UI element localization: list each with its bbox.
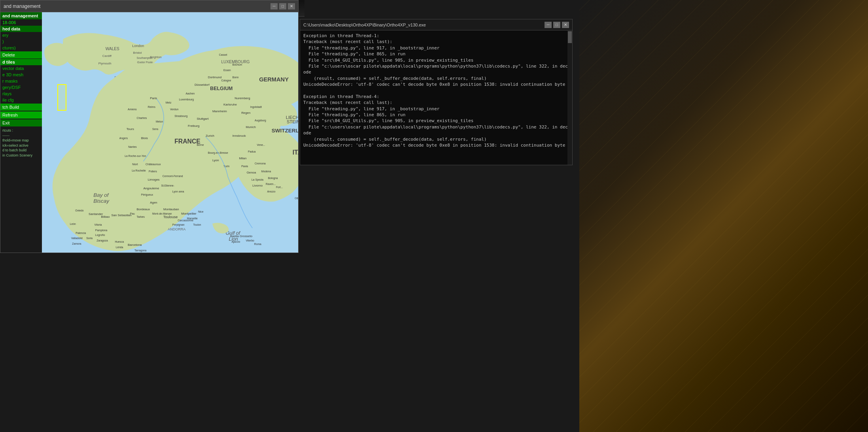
terminal-scrollbar-thumb[interactable] [568,31,572,43]
svg-text:SWITZERLAND: SWITZERLAND [272,128,298,134]
refresh-button[interactable]: Refresh [0,111,42,119]
app-titlebar: and management ─ □ ✕ [0,0,298,12]
svg-text:Bilbao: Bilbao [101,215,110,219]
svg-text:Carcassonne: Carcassonne [178,219,193,222]
svg-text:Verdun: Verdun [170,108,179,111]
svg-text:Karlsruhe: Karlsruhe [223,103,237,106]
svg-text:Zamora: Zamora [72,242,81,245]
svg-text:Huesca: Huesca [115,240,124,243]
svg-text:Roma: Roma [254,243,261,245]
svg-text:Zaragoza: Zaragoza [96,239,108,242]
shortcut-separator: ------ [2,133,40,138]
svg-text:Vene...: Vene... [257,143,265,146]
svg-text:Potiers: Potiers [149,170,157,173]
svg-text:Bochum: Bochum [233,63,242,66]
svg-text:Plymouth: Plymouth [98,62,112,65]
terminal-maximize-button[interactable]: □ [553,22,560,28]
cached-data-label: hed data [0,26,42,32]
sidebar-header: and management [0,12,42,19]
svg-text:Nice: Nice [198,210,204,213]
svg-text:Agen: Agen [150,201,157,204]
svg-text:Angers: Angers [119,137,128,140]
svg-text:ANDORRA: ANDORRA [168,227,185,231]
svg-text:GERMANY: GERMANY [259,76,289,83]
sidebar-item-tilecfg[interactable]: ile cfg [0,97,42,103]
maximize-button[interactable]: □ [279,3,286,9]
svg-text:Tarragona: Tarragona [134,249,147,252]
sidebar-item-imagery[interactable]: gery/DSF [0,84,42,91]
svg-text:Lyon: Lyon [212,158,219,162]
svg-text:Fort...: Fort... [276,186,283,189]
svg-text:Tours: Tours [127,127,134,131]
svg-text:Bastia Grosseto: Bastia Grosseto [230,234,253,238]
svg-text:Biscay: Biscay [93,198,110,204]
svg-text:Reims: Reims [148,106,156,108]
svg-text:Cassel: Cassel [219,53,227,56]
svg-text:Brighton: Brighton [150,55,161,59]
background-decoration [579,0,868,432]
svg-text:Paris: Paris [150,96,157,100]
sidebar-item-ctures[interactable]: ctures) [0,45,42,51]
svg-text:Cologne: Cologne [221,79,231,82]
terminal-close-button[interactable]: ✕ [562,22,569,28]
svg-text:Cermont-Ferrand: Cermont-Ferrand [163,175,183,177]
svg-text:BELGIUM: BELGIUM [210,86,233,91]
delete-button[interactable]: Delete [0,51,42,58]
terminal-window: C:\Users\madko\Desktop\Ortho4XP\Binary\O… [300,19,573,165]
sidebar-item-blank[interactable]: ) [0,38,42,45]
svg-text:Logroño: Logroño [95,234,105,237]
svg-text:Melun: Melun [156,120,163,123]
svg-text:Raven...: Raven... [266,183,276,185]
tiles-section-header: d tiles [0,59,42,65]
terminal-minimize-button[interactable]: ─ [545,22,552,28]
svg-text:Niort: Niort [132,163,138,166]
svg-text:Mont-de-Marsan: Mont-de-Marsan [152,212,172,215]
svg-text:WALES: WALES [106,47,119,51]
svg-text:Bristol: Bristol [133,51,142,55]
svg-text:Tarbes: Tarbes [137,215,145,218]
terminal-content: Exception in thread Thread-1: Traceback … [303,33,569,148]
terminal-title: C:\Users\madko\Desktop\Ortho4XP\Binary\O… [303,23,426,27]
minimize-button[interactable]: ─ [270,3,278,9]
svg-text:Arezzo: Arezzo [267,190,275,193]
svg-text:Bordeaux: Bordeaux [137,208,150,211]
sidebar-item-masks[interactable]: r masks [0,78,42,84]
shortcut-select: ick=select active [2,143,40,148]
svg-text:Toulon: Toulon [193,223,201,226]
app-title: and management [4,4,40,9]
shortcut-batch: d to batch build [2,148,40,153]
svg-text:Nuremberg: Nuremberg [234,96,250,100]
sidebar-item-overlays[interactable]: rlays [0,91,42,97]
svg-text:Pau: Pau [130,212,135,215]
svg-text:Cremona: Cremona [255,162,266,165]
sidebar-item-mesh3d[interactable]: e 3D mesh [0,72,42,78]
svg-text:Bologna: Bologna [268,177,278,180]
shortcut-move: thold=move map [2,138,40,143]
exit-button[interactable]: Exit [0,119,42,126]
svg-text:Lérida: Lérida [116,246,123,249]
svg-text:LIECHTEN-: LIECHTEN- [286,115,298,120]
svg-text:·Exeter Poole·: ·Exeter Poole· [137,61,154,64]
terminal-scrollbar[interactable] [567,30,572,165]
svg-text:Angouleme: Angouleme [143,187,159,190]
svg-text:Mannheim: Mannheim [212,109,227,113]
close-button[interactable]: ✕ [288,3,295,9]
svg-text:San Sebastian: San Sebastian [111,213,131,217]
svg-text:Strasbourg: Strasbourg [174,115,187,118]
svg-text:Châteauroux: Châteauroux [146,163,161,166]
sidebar-item-vector[interactable]: vector data [0,65,42,72]
svg-text:Modena: Modena [261,170,271,173]
svg-text:Cardiff: Cardiff [102,54,112,58]
svg-text:ITALY: ITALY [293,149,298,156]
shortcuts-section: rtcuts : ------ thold=move map ick=selec… [0,127,42,159]
svg-text:Soria: Soria [86,237,93,240]
svg-text:Innsbruck: Innsbruck [233,134,246,138]
svg-text:Vitoria: Vitoria [95,223,102,226]
terminal-window-controls: ─ □ ✕ [545,22,569,28]
map-area[interactable]: WALES London Cardiff Bristol Southampton… [42,12,298,253]
svg-text:Düsseldorf: Düsseldorf [195,83,210,87]
sidebar-item-ery[interactable]: ery [0,32,42,38]
window-controls: ─ □ ✕ [270,3,295,9]
batch-build-button[interactable]: tch Build [0,104,42,111]
terminal-body[interactable]: Exception in thread Thread-1: Traceback … [300,30,572,165]
